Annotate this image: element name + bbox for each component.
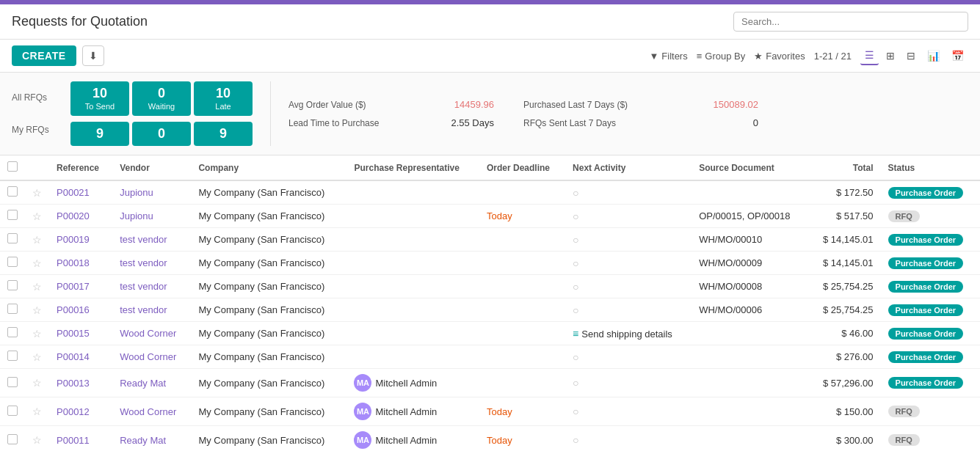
row-total: $ 25,754.25 [809,298,881,322]
all-late-card[interactable]: 10 Late [194,81,253,116]
row-activity[interactable]: ○ [565,205,692,228]
my-waiting-card[interactable]: 0 [132,122,191,147]
row-reference[interactable]: P00020 [49,205,112,228]
row-reference[interactable]: P00011 [49,426,112,451]
row-vendor[interactable]: test vendor [112,298,191,322]
row-vendor[interactable]: test vendor [112,275,191,298]
row-activity[interactable]: ○ [565,426,692,451]
row-activity[interactable]: ○ [565,228,692,252]
activity-clock-icon: ○ [573,377,578,389]
row-activity[interactable]: ○ [565,275,692,298]
row-status: RFQ [881,426,980,451]
row-activity[interactable]: ○ [565,369,692,397]
row-vendor[interactable]: Wood Corner [112,345,191,369]
toolbar-left: CREATE ⬇ [12,45,104,66]
row-star-icon[interactable]: ☆ [32,434,42,446]
row-checkbox[interactable] [7,210,18,220]
row-checkbox[interactable] [7,304,18,314]
grid-view-icon[interactable]: ⊟ [902,47,920,65]
row-status: Purchase Order [881,369,980,397]
row-reference[interactable]: P00013 [49,369,112,397]
row-vendor[interactable]: test vendor [112,252,191,275]
row-checkbox[interactable] [7,280,18,290]
row-star-icon[interactable]: ☆ [32,304,42,316]
activity-clock-icon: ○ [573,257,578,269]
row-activity[interactable]: ○ [565,345,692,369]
row-reference[interactable]: P00012 [49,397,112,426]
filters-button[interactable]: ▼ Filters [649,51,687,62]
row-reference[interactable]: P00021 [49,180,112,205]
my-rfqs-row: 9 0 9 [70,122,253,147]
row-rep [346,252,479,275]
my-late-card[interactable]: 9 [194,122,253,147]
row-vendor[interactable]: Ready Mat [112,369,191,397]
col-header-rep[interactable]: Purchase Representative [346,155,479,180]
row-star-icon[interactable]: ☆ [32,257,42,269]
row-activity[interactable]: ○ [565,397,692,426]
row-star-icon[interactable]: ☆ [32,210,42,222]
row-checkbox[interactable] [7,377,18,387]
row-vendor[interactable]: Jupionu [112,205,191,228]
row-checkbox[interactable] [7,406,18,416]
my-to-send-card[interactable]: 9 [70,122,129,147]
row-checkbox[interactable] [7,434,18,444]
row-activity[interactable]: ○ [565,252,692,275]
row-checkbox[interactable] [7,327,18,337]
row-star-icon[interactable]: ☆ [32,281,42,293]
row-reference[interactable]: P00017 [49,275,112,298]
avg-order-value: 14459.96 [413,99,494,110]
row-vendor[interactable]: Jupionu [112,180,191,205]
table-row: ☆ P00017 test vendor My Company (San Fra… [0,275,980,298]
select-all-checkbox[interactable] [7,161,18,172]
row-checkbox[interactable] [7,351,18,361]
toolbar-right: ▼ Filters ≡ Group By ★ Favorites 1-21 / … [649,46,968,65]
row-star-icon[interactable]: ☆ [32,187,42,199]
row-reference[interactable]: P00014 [49,345,112,369]
col-header-company[interactable]: Company [191,155,346,180]
download-button[interactable]: ⬇ [82,45,104,66]
row-status: Purchase Order [881,322,980,345]
create-button[interactable]: CREATE [12,45,76,66]
list-view-icon[interactable]: ☰ [860,46,879,65]
col-header-status[interactable]: Status [881,155,980,180]
all-waiting-card[interactable]: 0 Waiting [132,81,191,116]
col-header-deadline[interactable]: Order Deadline [479,155,565,180]
row-star-icon[interactable]: ☆ [32,328,42,340]
row-activity[interactable]: ○ [565,298,692,322]
calendar-view-icon[interactable]: 📅 [947,47,968,65]
avatar: MA [354,431,371,449]
row-reference[interactable]: P00015 [49,322,112,345]
row-checkbox[interactable] [7,186,18,197]
row-checkbox[interactable] [7,257,18,267]
favorites-button[interactable]: ★ Favorites [754,51,805,62]
row-star-icon[interactable]: ☆ [32,377,42,389]
col-header-activity[interactable]: Next Activity [565,155,692,180]
row-rep [346,228,479,252]
row-reference[interactable]: P00019 [49,228,112,252]
row-vendor[interactable]: Wood Corner [112,397,191,426]
row-reference[interactable]: P00016 [49,298,112,322]
chart-view-icon[interactable]: 📊 [923,47,944,65]
row-vendor[interactable]: Ready Mat [112,426,191,451]
row-reference[interactable]: P00018 [49,252,112,275]
col-header-vendor[interactable]: Vendor [112,155,191,180]
all-to-send-card[interactable]: 10 To Send [70,81,129,116]
kanban-view-icon[interactable]: ⊞ [882,47,899,65]
row-check [0,298,25,322]
group-by-button[interactable]: ≡ Group By [697,51,746,62]
row-star-icon[interactable]: ☆ [32,406,42,417]
search-input[interactable] [733,12,968,32]
row-status: Purchase Order [881,228,980,252]
row-star-icon[interactable]: ☆ [32,234,42,246]
row-activity[interactable]: ≡Send shipping details [565,322,692,345]
col-header-source[interactable]: Source Document [692,155,808,180]
row-deadline: Today [479,397,565,426]
row-vendor[interactable]: test vendor [112,228,191,252]
row-deadline [479,298,565,322]
col-header-total[interactable]: Total [809,155,881,180]
row-star-icon[interactable]: ☆ [32,351,42,363]
row-checkbox[interactable] [7,233,18,243]
row-activity[interactable]: ○ [565,180,692,205]
col-header-reference[interactable]: Reference [49,155,112,180]
row-vendor[interactable]: Wood Corner [112,322,191,345]
